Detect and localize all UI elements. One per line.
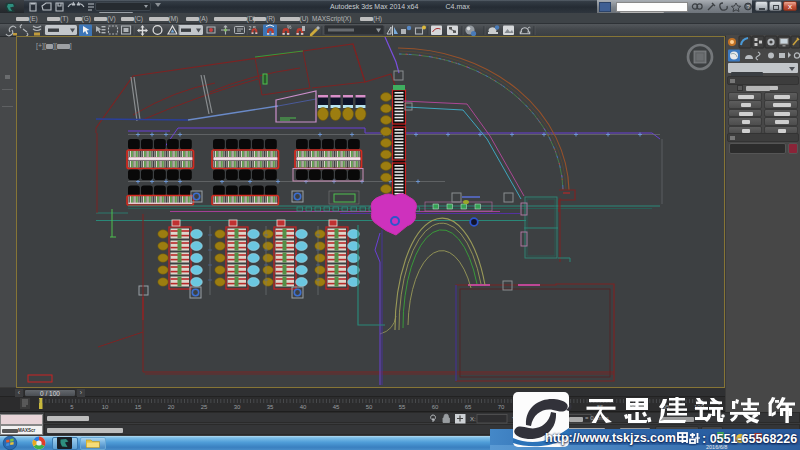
svg-text:65: 65 xyxy=(465,404,472,410)
svg-text:60: 60 xyxy=(432,404,439,410)
svg-text:15: 15 xyxy=(135,404,142,410)
svg-text:50: 50 xyxy=(366,404,373,410)
svg-text:40: 40 xyxy=(300,404,307,410)
svg-text:45: 45 xyxy=(333,404,340,410)
svg-text:30: 30 xyxy=(234,404,241,410)
svg-text:70: 70 xyxy=(498,404,505,410)
svg-text:X:: X: xyxy=(470,416,476,422)
svg-text:10: 10 xyxy=(102,404,109,410)
svg-text:55: 55 xyxy=(399,404,406,410)
svg-text:35: 35 xyxy=(267,404,274,410)
svg-text:5: 5 xyxy=(70,404,74,410)
svg-text:%: % xyxy=(287,24,292,30)
svg-text:25: 25 xyxy=(201,404,208,410)
svg-text:20: 20 xyxy=(168,404,175,410)
